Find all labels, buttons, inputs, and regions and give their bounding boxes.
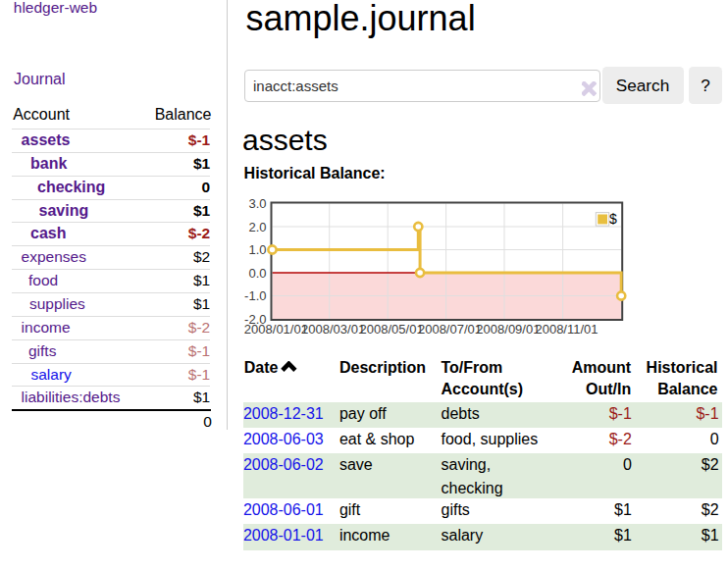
svg-text:2008/05/01: 2008/05/01 [360, 322, 424, 336]
svg-text:2008/11/01: 2008/11/01 [535, 322, 598, 336]
svg-text:2008/01/01: 2008/01/01 [244, 322, 308, 336]
svg-text:3.0: 3.0 [248, 196, 266, 211]
svg-text:-1.0: -1.0 [244, 288, 266, 303]
svg-text:2.0: 2.0 [248, 220, 266, 234]
svg-text:0.0: 0.0 [248, 266, 266, 281]
svg-text:1.0: 1.0 [248, 242, 266, 257]
svg-text:$: $ [609, 211, 617, 227]
svg-text:2008/07/01: 2008/07/01 [418, 322, 482, 336]
svg-text:2008/09/01: 2008/09/01 [476, 322, 540, 336]
svg-text:2008/03/01: 2008/03/01 [301, 322, 365, 336]
